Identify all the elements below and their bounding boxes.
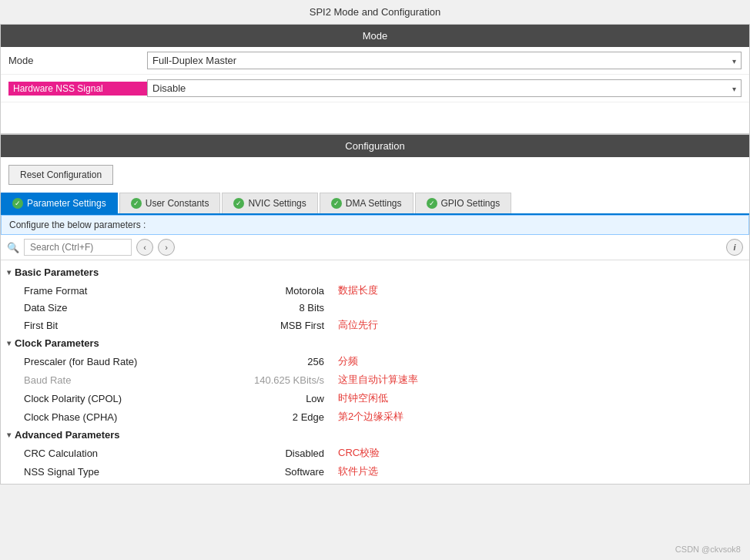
param-name-cpha: Clock Phase (CPHA) <box>24 411 239 423</box>
tab-check-icon-2: ✓ <box>233 198 244 209</box>
tab-check-icon-4: ✓ <box>427 198 437 209</box>
mode-select-0[interactable]: Full-Duplex Master Half-Duplex Master Re… <box>148 52 741 69</box>
search-input[interactable] <box>24 239 132 256</box>
param-annotation-prescaler: 分频 <box>338 354 358 368</box>
tab-user-constants[interactable]: ✓ User Constants <box>119 193 221 213</box>
config-section: Configuration Reset Configuration ✓ Para… <box>0 134 750 485</box>
group-label-advanced-parameters: Advanced Parameters <box>15 429 120 441</box>
group-label-basic-parameters: Basic Parameters <box>15 267 99 278</box>
tab-gpio-settings[interactable]: ✓ GPIO Settings <box>415 193 512 213</box>
param-value-frame-format: Motorola <box>239 285 332 297</box>
param-name-prescaler: Prescaler (for Baud Rate) <box>24 356 239 367</box>
param-value-cpol: Low <box>239 393 332 404</box>
param-value-first-bit: MSB First <box>239 320 332 331</box>
param-annotation-cpha: 第2个边缘采样 <box>338 410 403 424</box>
tab-check-icon-0: ✓ <box>12 198 23 209</box>
tabs-bar: ✓ Parameter Settings ✓ User Constants ✓ … <box>1 193 749 215</box>
tab-parameter-settings[interactable]: ✓ Parameter Settings <box>1 193 118 213</box>
tab-nvic-settings[interactable]: ✓ NVIC Settings <box>222 193 317 213</box>
param-value-crc-calculation: Disabled <box>239 448 332 459</box>
param-annotation-baud-rate: 这里自动计算速率 <box>338 373 418 387</box>
tab-label-3: DMA Settings <box>346 198 402 209</box>
tab-label-0: Parameter Settings <box>27 198 106 209</box>
param-annotation-crc-calculation: CRC校验 <box>338 446 380 460</box>
param-row-nss-signal-type: NSS Signal Type Software 软件片选 <box>1 462 749 481</box>
param-annotation-cpol: 时钟空闲低 <box>338 391 388 405</box>
group-header-advanced-parameters[interactable]: ▾ Advanced Parameters <box>1 426 749 444</box>
group-label-clock-parameters: Clock Parameters <box>15 337 99 349</box>
configure-bar: Configure the below parameters : <box>1 215 749 235</box>
param-value-prescaler: 256 <box>239 356 332 367</box>
chevron-clock-parameters: ▾ <box>7 339 11 347</box>
param-name-data-size: Data Size <box>24 302 239 314</box>
param-row-baud-rate: Baud Rate 140.625 KBits/s 这里自动计算速率 <box>1 371 749 389</box>
param-name-nss-signal-type: NSS Signal Type <box>24 466 239 478</box>
param-annotation-frame-format: 数据长度 <box>338 283 378 297</box>
param-value-cpha: 2 Edge <box>239 411 332 423</box>
param-row-frame-format: Frame Format Motorola 数据长度 <box>1 281 749 300</box>
info-button[interactable]: i <box>726 239 743 256</box>
tab-label-4: GPIO Settings <box>441 198 501 209</box>
group-header-basic-parameters[interactable]: ▾ Basic Parameters <box>1 263 749 281</box>
search-bar: 🔍 ‹ › i <box>1 235 749 260</box>
param-name-frame-format: Frame Format <box>24 285 239 297</box>
mode-select-wrapper-0[interactable]: Full-Duplex Master Half-Duplex Master Re… <box>147 52 742 69</box>
tab-check-icon-1: ✓ <box>131 198 142 209</box>
nav-prev-button[interactable]: ‹ <box>136 239 153 256</box>
param-name-cpol: Clock Polarity (CPOL) <box>24 393 239 404</box>
search-icon: 🔍 <box>7 242 19 253</box>
hardware-nss-select[interactable]: Disable Enable <box>148 80 741 96</box>
mode-spacer <box>1 102 749 133</box>
config-section-header: Configuration <box>1 135 749 157</box>
param-row-cpol: Clock Polarity (CPOL) Low 时钟空闲低 <box>1 389 749 407</box>
hardware-nss-select-wrapper[interactable]: Disable Enable ▾ <box>147 79 742 97</box>
mode-row-0: Mode Full-Duplex Master Half-Duplex Mast… <box>1 47 749 75</box>
param-row-data-size: Data Size 8 Bits <box>1 300 749 316</box>
param-name-first-bit: First Bit <box>24 320 239 331</box>
tab-label-1: User Constants <box>146 198 209 209</box>
param-name-crc-calculation: CRC Calculation <box>24 448 239 459</box>
param-annotation-first-bit: 高位先行 <box>338 318 378 332</box>
param-row-crc-calculation: CRC Calculation Disabled CRC校验 <box>1 444 749 462</box>
param-row-first-bit: First Bit MSB First 高位先行 <box>1 316 749 334</box>
tab-dma-settings[interactable]: ✓ DMA Settings <box>320 193 414 213</box>
hardware-nss-label: Hardware NSS Signal <box>8 82 147 96</box>
mode-row-1: Hardware NSS Signal Disable Enable ▾ <box>1 75 749 102</box>
param-value-baud-rate: 140.625 KBits/s <box>239 374 332 386</box>
param-row-cpha: Clock Phase (CPHA) 2 Edge 第2个边缘采样 <box>1 407 749 426</box>
chevron-basic-parameters: ▾ <box>7 268 11 277</box>
mode-section: Mode Mode Full-Duplex Master Half-Duplex… <box>0 24 750 134</box>
tab-label-2: NVIC Settings <box>248 198 306 209</box>
watermark: CSDN @ckvsok8 <box>675 545 741 554</box>
param-row-prescaler: Prescaler (for Baud Rate) 256 分频 <box>1 352 749 371</box>
chevron-advanced-parameters: ▾ <box>7 431 11 439</box>
param-value-data-size: 8 Bits <box>239 302 332 314</box>
group-header-clock-parameters[interactable]: ▾ Clock Parameters <box>1 334 749 352</box>
param-value-nss-signal-type: Software <box>239 466 332 478</box>
mode-section-header: Mode <box>1 25 749 47</box>
tab-check-icon-3: ✓ <box>331 198 342 209</box>
nav-next-button[interactable]: › <box>158 239 175 256</box>
param-name-baud-rate: Baud Rate <box>24 374 239 386</box>
param-annotation-nss-signal-type: 软件片选 <box>338 464 378 478</box>
page-title: SPI2 Mode and Configuration <box>0 0 750 24</box>
mode-label-0: Mode <box>8 55 147 66</box>
reset-configuration-button[interactable]: Reset Configuration <box>8 165 113 185</box>
params-area: ▾ Basic Parameters Frame Format Motorola… <box>1 260 749 484</box>
